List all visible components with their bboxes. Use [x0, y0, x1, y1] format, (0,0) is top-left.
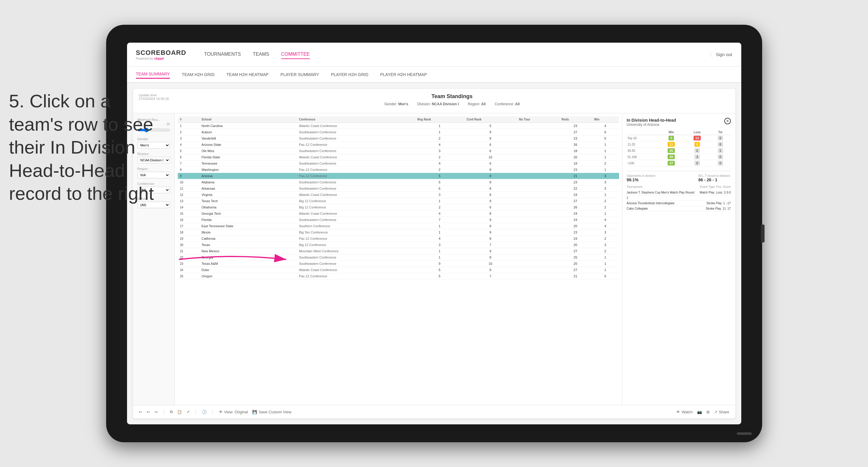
standings-area[interactable]: # School Conference Reg Rank Conf Rank N… [175, 113, 622, 405]
clock-btn[interactable]: 🕐 [202, 410, 207, 414]
table-row[interactable]: 10 Alabama Southeastern Conference 5 8 2… [178, 179, 619, 186]
reg-rank-cell: 1 [415, 198, 464, 204]
table-row[interactable]: 20 Texas Big 12 Conference 3 7 20 3 [178, 242, 619, 248]
school-cell: North Carolina [199, 123, 297, 129]
rank-cell: 2 [178, 129, 199, 135]
panel-title: Team Standings [175, 93, 729, 100]
view-original-label: View: Original [224, 410, 248, 414]
sub-nav-player-h2h-heatmap[interactable]: PLAYER H2H HEATMAP [380, 71, 427, 79]
reg-rank-cell: 1 [415, 248, 464, 254]
sign-out-link[interactable]: Sign out [716, 52, 732, 57]
row-tie: 0 [710, 142, 731, 148]
table-row[interactable]: 12 Virginia Atlantic Coast Conference 3 … [178, 192, 619, 198]
table-row[interactable]: 23 Texas A&M Southeastern Conference 9 1… [178, 261, 619, 267]
table-row[interactable]: 15 Georgia Tech Atlantic Coast Conferenc… [178, 211, 619, 217]
win-cell: 3 [592, 186, 619, 192]
row-label: >100 [627, 160, 658, 166]
table-row[interactable]: 3 Vanderbilt Southeastern Conference 2 8… [178, 135, 619, 142]
win-cell: 6 [592, 129, 619, 135]
opponents-value: 99.1% [627, 178, 656, 182]
table-row[interactable]: 5 Ole Miss Southeastern Conference 3 6 1… [178, 148, 619, 154]
table-row[interactable]: 4 Arizona State Pac-12 Conference 4 6 26… [178, 142, 619, 148]
rnds-cell: 20 [559, 154, 592, 160]
rnds-cell: 25 [559, 254, 592, 261]
conference-cell: Southeastern Conference [297, 148, 415, 154]
sub-nav-team-h2h-grid[interactable]: TEAM H2H GRID [182, 71, 215, 79]
no-tour-cell [517, 179, 559, 186]
sub-nav-player-h2h-grid[interactable]: PLAYER H2H GRID [331, 71, 368, 79]
nav-teams[interactable]: TEAMS [253, 50, 269, 59]
conf-rank-cell: 10 [464, 261, 517, 267]
table-row[interactable]: 14 Oklahoma Big 12 Conference 2 6 26 2 [178, 204, 619, 211]
no-tour-cell [517, 123, 559, 129]
region-value: All [481, 102, 486, 106]
school-cell: Texas Tech [199, 198, 297, 204]
sub-nav-team-summary[interactable]: TEAM SUMMARY [136, 70, 170, 79]
rank-cell: 15 [178, 211, 199, 217]
table-row[interactable]: 25 Oregon Pac-12 Conference 5 7 21 0 [178, 273, 619, 279]
win-cell: 4 [592, 217, 619, 223]
undo-btn2[interactable]: ↩ [147, 410, 150, 414]
table-row: 11-25 11 8 0 [627, 142, 731, 148]
undo-btn[interactable]: ↩ [139, 410, 142, 414]
paste-btn[interactable]: 📋 [177, 410, 182, 414]
screenshot-btn[interactable]: 📷 [697, 410, 702, 414]
sub-nav-team-h2h-heatmap[interactable]: TEAM H2H HEATMAP [226, 71, 268, 79]
school-cell: Georgia [199, 254, 297, 261]
school-cell: Illinois [199, 229, 297, 236]
conference-cell: Southeastern Conference [297, 179, 415, 186]
no-tour-cell [517, 198, 559, 204]
win-cell: 2 [592, 160, 619, 167]
watch-btn[interactable]: 👁 Watch [676, 410, 692, 414]
conf-rank-cell: 8 [464, 223, 517, 229]
table-row[interactable]: 8 Washington Pac-12 Conference 2 8 23 1 [178, 167, 619, 173]
conf-rank-cell: 8 [464, 173, 517, 179]
tablet-side-button[interactable] [761, 224, 765, 243]
table-row[interactable]: 9 Arizona Pac-12 Conference 5 8 21 3 [178, 173, 619, 179]
conf-rank-cell: 9 [464, 198, 517, 204]
redo-btn[interactable]: ↪ [154, 410, 158, 414]
copy-btn[interactable]: ⧉ [170, 409, 173, 414]
table-row[interactable]: 21 New Mexico Mountain West Conference 1… [178, 248, 619, 254]
view-original-btn[interactable]: 👁 View: Original [219, 410, 248, 414]
win-cell: 0 [592, 273, 619, 279]
standings-table: # School Conference Reg Rank Conf Rank N… [178, 116, 619, 279]
school-cell: Arizona [199, 173, 297, 179]
rnds-cell: 26 [559, 142, 592, 148]
school-cell: California [199, 236, 297, 242]
win-cell: 1 [592, 142, 619, 148]
no-tour-cell [517, 148, 559, 154]
win-cell: 3 [592, 242, 619, 248]
table-row[interactable]: 7 Tennessee Southeastern Conference 4 6 … [178, 160, 619, 167]
save-custom-btn[interactable]: 💾 Save Custom View [252, 410, 291, 414]
table-row[interactable]: 16 Florida Southeastern Conference 7 9 2… [178, 217, 619, 223]
close-division-panel[interactable]: ✕ [724, 118, 731, 124]
table-row[interactable]: 6 Florida State Atlantic Coast Conferenc… [178, 154, 619, 160]
row-loss: 2 [684, 148, 710, 154]
share-btn[interactable]: ↗ Share [714, 410, 730, 414]
conference-cell: Southeastern Conference [297, 186, 415, 192]
sub-nav-player-summary[interactable]: PLAYER SUMMARY [281, 71, 319, 79]
table-row[interactable]: 13 Texas Tech Big 12 Conference 1 9 27 2 [178, 198, 619, 204]
table-row[interactable]: 22 Georgia Southeastern Conference 1 8 2… [178, 254, 619, 261]
no-tour-cell [517, 129, 559, 135]
table-row[interactable]: 2 Auburn Southeastern Conference 1 9 27 … [178, 129, 619, 135]
list-item: Cabo Collegiate Stroke Play 11 17 [627, 206, 731, 212]
grid-btn[interactable]: ⊞ [706, 410, 710, 414]
nav-committee[interactable]: COMMITTEE [281, 50, 310, 59]
rank-cell: 20 [178, 242, 199, 248]
opponents-label: Opponents in division: [627, 174, 656, 178]
nav-tournaments[interactable]: TOURNAMENTS [204, 50, 241, 59]
table-row[interactable]: 18 Illinois Big Ten Conference 1 9 23 3 [178, 229, 619, 236]
conference-cell: Pac-12 Conference [297, 236, 415, 242]
conf-rank-cell: 7 [464, 242, 517, 248]
tablet-home-button[interactable] [737, 432, 752, 435]
table-row[interactable]: 19 California Pac-12 Conference 4 8 24 2 [178, 236, 619, 242]
table-row[interactable]: 1 North Carolina Atlantic Coast Conferen… [178, 123, 619, 129]
list-item: 1 [627, 195, 731, 201]
table-row[interactable]: 11 Arkansas Southeastern Conference 6 8 … [178, 186, 619, 192]
table-row[interactable]: 24 Duke Atlantic Coast Conference 5 9 27… [178, 267, 619, 273]
arrow-btn[interactable]: ↗ [186, 410, 190, 414]
table-row[interactable]: 17 East Tennessee State Southern Confere… [178, 223, 619, 229]
table-row: 51-100 20 3 0 [627, 154, 731, 160]
